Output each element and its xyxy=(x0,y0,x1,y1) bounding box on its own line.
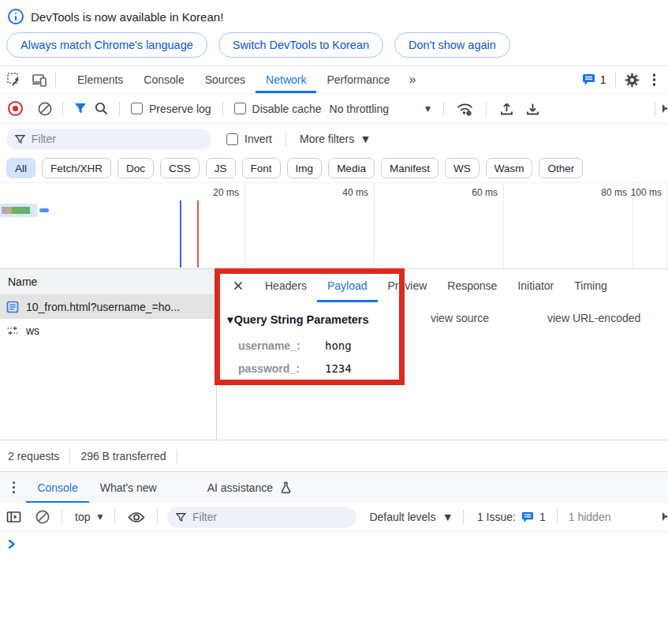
chat-bubble-icon xyxy=(582,73,595,86)
record-button[interactable] xyxy=(8,101,23,116)
inspect-element-icon[interactable] xyxy=(6,72,22,88)
type-filter-img[interactable]: Img xyxy=(287,158,323,178)
drawer-tab-whats-new[interactable]: What's new xyxy=(89,472,168,503)
tab-network[interactable]: Network xyxy=(256,66,316,93)
more-options-icon[interactable] xyxy=(648,73,660,85)
details-tab-timing[interactable]: Timing xyxy=(564,269,618,302)
disable-cache-checkbox[interactable]: Disable cache xyxy=(234,103,322,115)
type-filter-ws[interactable]: WS xyxy=(445,158,480,178)
issues-counter[interactable]: 1 Issue: 1 xyxy=(477,511,546,523)
chevron-down-icon: ▼ xyxy=(362,134,368,144)
request-name: ws xyxy=(26,324,39,337)
tab-elements[interactable]: Elements xyxy=(67,66,133,93)
tab-console[interactable]: Console xyxy=(133,66,194,93)
import-har-icon[interactable] xyxy=(499,102,514,116)
console-filter-input[interactable] xyxy=(192,511,348,523)
name-column-header[interactable]: Name xyxy=(0,269,216,295)
export-har-icon[interactable] xyxy=(525,102,540,116)
filter-funnel-icon xyxy=(15,134,25,144)
console-prompt-chevron-icon xyxy=(7,539,17,549)
type-filter-js[interactable]: JS xyxy=(206,158,236,178)
more-tabs-icon[interactable]: » xyxy=(401,66,425,93)
request-row[interactable]: 10_from.html?username_=ho... xyxy=(0,295,216,319)
more-filters-dropdown[interactable]: More filters ▼ xyxy=(300,133,369,145)
network-toolbar: Preserve log Disable cache No throttling… xyxy=(0,94,668,124)
gridline xyxy=(374,183,375,268)
tab-performance[interactable]: Performance xyxy=(316,66,400,93)
details-tab-headers[interactable]: Headers xyxy=(255,269,317,302)
type-filter-wasm[interactable]: Wasm xyxy=(486,158,533,178)
domcontentloaded-line xyxy=(180,200,181,268)
param-row: password_: 1234 xyxy=(238,362,668,375)
log-levels-dropdown[interactable]: Default levels ▼ xyxy=(369,511,451,523)
settings-gear-icon[interactable] xyxy=(625,73,640,88)
drawer-tab-console[interactable]: Console xyxy=(26,472,88,503)
type-filter-fetch-xhr[interactable]: Fetch/XHR xyxy=(42,158,111,178)
details-tab-payload[interactable]: Payload xyxy=(317,269,378,302)
throttling-dropdown[interactable]: No throttling ▼ xyxy=(330,103,431,115)
dont-show-again-button[interactable]: Don't show again xyxy=(394,32,510,58)
checkbox[interactable] xyxy=(226,133,238,145)
waterfall-bar[interactable] xyxy=(2,207,9,214)
console-sidebar-toggle-icon[interactable] xyxy=(6,511,21,523)
always-match-language-button[interactable]: Always match Chrome's language xyxy=(6,32,207,58)
tick-label: 20 ms xyxy=(213,187,242,198)
clear-console-icon[interactable] xyxy=(35,509,50,525)
websocket-waterfall-bar[interactable] xyxy=(39,208,49,212)
waterfall-bar[interactable] xyxy=(12,207,30,214)
search-icon[interactable] xyxy=(95,102,108,115)
param-name: password_: xyxy=(238,362,325,375)
tick-label: 60 ms xyxy=(472,187,501,198)
tick-label: 80 ms xyxy=(601,187,630,198)
tick-label: 40 ms xyxy=(342,187,371,198)
drawer-tab-ai-assistance[interactable]: AI assistance xyxy=(196,472,303,503)
type-filter-media[interactable]: Media xyxy=(328,158,375,178)
details-tab-preview[interactable]: Preview xyxy=(378,269,438,302)
console-prompt[interactable] xyxy=(0,532,668,556)
view-source-link[interactable]: view source xyxy=(431,312,489,324)
query-string-section-header[interactable]: ▼ Query String Parameters view source vi… xyxy=(227,310,668,329)
network-overview-timeline: 20 ms 40 ms 60 ms 80 ms 100 ms xyxy=(0,183,668,269)
request-count: 2 requests xyxy=(8,450,59,462)
tab-sources[interactable]: Sources xyxy=(195,66,256,93)
type-filter-all[interactable]: All xyxy=(6,158,35,178)
type-filter-font[interactable]: Font xyxy=(242,158,281,178)
request-name: 10_from.html?username_=ho... xyxy=(26,301,180,313)
type-filter-other[interactable]: Other xyxy=(539,158,583,178)
drawer-more-options-icon[interactable] xyxy=(8,472,20,503)
gridline xyxy=(244,183,245,268)
switch-to-korean-button[interactable]: Switch DevTools to Korean xyxy=(218,32,383,58)
type-filter-doc[interactable]: Doc xyxy=(118,158,154,178)
network-filter-input[interactable] xyxy=(32,133,203,145)
type-filter-css[interactable]: CSS xyxy=(160,158,200,178)
type-filter-manifest[interactable]: Manifest xyxy=(381,158,438,178)
context-selector-dropdown[interactable]: top ▼ xyxy=(75,511,103,523)
separator xyxy=(55,73,56,87)
checkbox[interactable] xyxy=(131,103,143,114)
invert-checkbox[interactable]: Invert xyxy=(226,133,272,145)
live-expression-eye-icon[interactable] xyxy=(128,511,145,523)
language-banner: DevTools is now available in Korean! Alw… xyxy=(0,0,668,66)
filter-funnel-icon[interactable] xyxy=(74,103,87,114)
details-tab-initiator[interactable]: Initiator xyxy=(507,269,564,302)
details-tab-response[interactable]: Response xyxy=(437,269,507,302)
request-type-filters: All Fetch/XHR Doc CSS JS Font Img Media … xyxy=(0,154,668,183)
preserve-log-checkbox[interactable]: Preserve log xyxy=(131,103,211,115)
console-drawer: Console What's new AI assistance xyxy=(0,471,668,556)
device-toolbar-icon[interactable] xyxy=(32,73,47,88)
network-conditions-icon[interactable] xyxy=(456,101,474,117)
param-value: hong xyxy=(325,339,352,352)
gridline xyxy=(666,183,667,268)
view-url-encoded-link[interactable]: view URL-encoded xyxy=(547,312,640,324)
close-icon[interactable] xyxy=(233,280,244,291)
console-filter-input-wrap xyxy=(167,507,356,528)
separator xyxy=(615,73,616,87)
clear-icon[interactable] xyxy=(37,101,53,117)
param-value: 1234 xyxy=(325,362,352,375)
clipped-settings-icon[interactable] xyxy=(662,101,668,117)
checkbox[interactable] xyxy=(234,103,246,114)
hidden-messages-link[interactable]: 1 hidden xyxy=(569,511,611,523)
clipped-settings-icon[interactable] xyxy=(662,509,668,525)
feedback-badge-button[interactable]: 1 xyxy=(582,73,606,86)
request-row[interactable]: ws xyxy=(0,319,216,343)
